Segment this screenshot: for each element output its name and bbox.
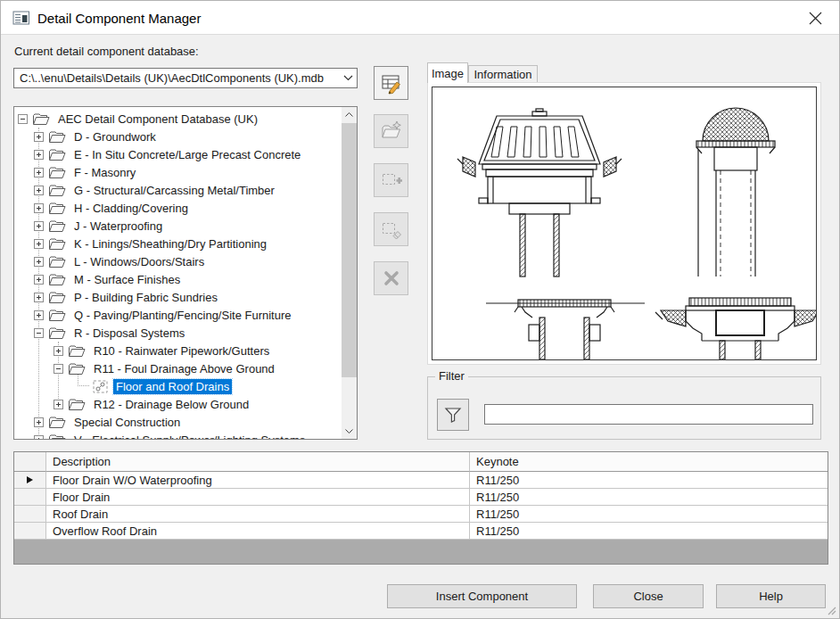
edit-group-icon xyxy=(380,218,403,241)
expand-plus-icon[interactable] xyxy=(34,239,44,249)
row-selector[interactable] xyxy=(14,506,46,523)
drain-components-drawing xyxy=(432,87,816,359)
edit-database-button[interactable] xyxy=(374,66,408,100)
roof-vent-pipe-elevation xyxy=(696,108,775,276)
apply-filter-button[interactable] xyxy=(437,399,469,431)
expand-plus-icon[interactable] xyxy=(34,221,44,231)
expand-plus-icon[interactable] xyxy=(34,132,44,142)
table-row[interactable]: Floor Drain R11/250 xyxy=(14,489,828,506)
scroll-up-icon[interactable] xyxy=(342,107,357,122)
row-selector[interactable] xyxy=(14,489,46,506)
close-icon[interactable] xyxy=(803,9,827,27)
folder-icon xyxy=(48,292,66,303)
resize-grip[interactable] xyxy=(828,607,836,615)
expand-plus-icon[interactable] xyxy=(34,168,44,177)
row-selector[interactable] xyxy=(14,472,46,489)
tree-rows: AEC Detail Component Database (UK) D - G… xyxy=(14,107,342,439)
tree-item[interactable]: Q - Paving/Planting/Fencing/Site Furnitu… xyxy=(14,306,342,324)
tree-item[interactable]: K - Linings/Sheathing/Dry Partitioning xyxy=(14,235,342,252)
expand-plus-icon[interactable] xyxy=(34,293,44,302)
tree-item[interactable]: D - Groundwork xyxy=(14,128,342,145)
close-button[interactable]: Close xyxy=(593,584,704,608)
tree-item[interactable]: R - Disposal Systems xyxy=(14,324,342,342)
scrollbar-thumb[interactable] xyxy=(342,123,357,377)
expand-plus-icon[interactable] xyxy=(34,203,44,213)
column-header-keynote[interactable]: Keynote xyxy=(470,452,828,472)
tab-information[interactable]: Information xyxy=(468,65,538,83)
image-tab-panel xyxy=(427,82,821,365)
row-selector[interactable] xyxy=(14,523,46,540)
edit-component-group-button[interactable] xyxy=(374,212,408,246)
expand-plus-icon[interactable] xyxy=(34,186,44,195)
folder-icon xyxy=(48,327,66,339)
table-row[interactable]: Floor Drain W/O Waterproofing R11/250 xyxy=(14,472,828,489)
tree-item[interactable]: R12 - Drainage Below Ground xyxy=(14,395,342,413)
expand-plus-icon[interactable] xyxy=(54,346,63,356)
tree-item[interactable]: L - Windows/Doors/Stairs xyxy=(14,252,342,270)
insert-component-button[interactable]: Insert Component xyxy=(387,584,577,608)
database-combo[interactable]: C:\..\enu\Details\Details (UK)\AecDtlCom… xyxy=(13,68,358,88)
folder-icon xyxy=(68,345,86,357)
combo-chevron-icon[interactable] xyxy=(339,75,357,81)
table-row[interactable]: Overflow Roof Drain R11/250 xyxy=(14,523,828,540)
folder-icon xyxy=(48,131,66,143)
collapse-minus-icon[interactable] xyxy=(54,364,63,374)
floor-drain-section xyxy=(486,300,645,359)
folder-icon xyxy=(48,202,66,214)
folder-icon xyxy=(68,363,86,375)
column-header-description[interactable]: Description xyxy=(46,452,470,472)
tree-item[interactable]: V - Electrical Supply/Power/Lighting Sys… xyxy=(14,431,342,439)
tree-scrollbar[interactable] xyxy=(342,107,357,439)
folder-icon xyxy=(48,310,66,321)
collapse-minus-icon[interactable] xyxy=(34,328,44,338)
database-path: C:\..\enu\Details\Details (UK)\AecDtlCom… xyxy=(14,71,339,85)
scroll-down-icon[interactable] xyxy=(342,424,357,439)
collapse-minus-icon[interactable] xyxy=(18,114,28,124)
expand-plus-icon[interactable] xyxy=(34,310,44,320)
folder-icon xyxy=(68,399,86,410)
tree-item[interactable]: Special Construction xyxy=(14,413,342,431)
tree-item-root[interactable]: AEC Detail Component Database (UK) xyxy=(14,110,342,128)
component-results-table: Description Keynote Floor Drain W/O Wate… xyxy=(13,451,828,565)
detail-component-manager-dialog: Detail Component Manager Current detail … xyxy=(0,0,840,619)
filter-group-label: Filter xyxy=(435,369,468,383)
tree-item[interactable]: M - Surface Finishes xyxy=(14,270,342,288)
tree-item[interactable]: F - Masonry xyxy=(14,163,342,181)
folder-icon xyxy=(48,417,66,428)
expand-plus-icon[interactable] xyxy=(54,400,63,409)
tree-item[interactable]: J - Waterproofing xyxy=(14,217,342,235)
expand-plus-icon[interactable] xyxy=(34,417,44,427)
tree-item[interactable]: H - Cladding/Covering xyxy=(14,199,342,217)
folder-icon xyxy=(32,113,50,125)
edit-database-icon xyxy=(380,71,403,95)
window-title: Detail Component Manager xyxy=(37,11,201,26)
row-pointer-icon xyxy=(27,476,33,483)
delete-component-group-button[interactable] xyxy=(374,261,408,295)
component-icon xyxy=(93,380,108,393)
tab-image[interactable]: Image xyxy=(427,62,468,83)
expand-plus-icon[interactable] xyxy=(34,150,44,160)
component-tree: AEC Detail Component Database (UK) D - G… xyxy=(13,106,358,440)
folder-icon xyxy=(48,220,66,232)
table-header-row: Description Keynote xyxy=(14,452,828,472)
table-row[interactable]: Roof Drain R11/250 xyxy=(14,506,828,523)
new-component-group-button[interactable] xyxy=(374,163,408,197)
expand-plus-icon[interactable] xyxy=(34,275,44,285)
folder-icon xyxy=(48,256,66,268)
tree-item[interactable]: P - Building Fabric Sundries xyxy=(14,288,342,306)
folder-icon xyxy=(48,434,66,440)
filter-input[interactable] xyxy=(484,404,813,425)
tree-item[interactable]: E - In Situ Concrete/Large Precast Concr… xyxy=(14,145,342,163)
folder-icon xyxy=(48,185,66,196)
roof-drain-elevation xyxy=(457,109,622,276)
tree-item-selected[interactable]: Floor and Roof Drains xyxy=(14,377,342,395)
tree-item[interactable]: R11 - Foul Drainage Above Ground xyxy=(14,359,342,377)
filter-funnel-icon xyxy=(443,405,463,425)
titlebar: Detail Component Manager xyxy=(1,1,839,35)
tree-item[interactable]: G - Structural/Carcassing Metal/Timber xyxy=(14,181,342,199)
help-button[interactable]: Help xyxy=(716,584,826,608)
expand-plus-icon[interactable] xyxy=(34,435,44,440)
tree-item[interactable]: R10 - Rainwater Pipework/Gutters xyxy=(14,342,342,359)
insert-component-from-folder-button[interactable] xyxy=(374,114,408,148)
expand-plus-icon[interactable] xyxy=(34,257,44,267)
